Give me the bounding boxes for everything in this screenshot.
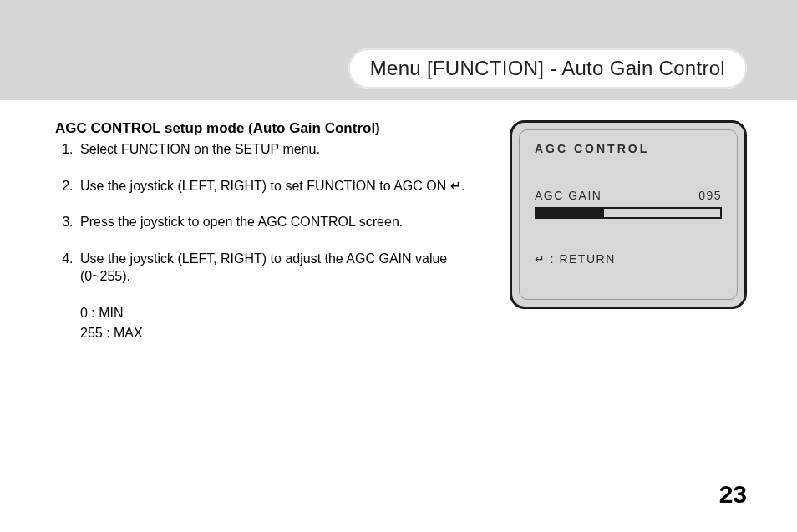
steps-list: Select FUNCTION on the SETUP menu. Use t… [55,140,493,342]
step-3: Press the joystick to open the AGC CONTR… [77,213,493,231]
osd-frame-outer: AGC CONTROL AGC GAIN 095 ↵ : RETURN [510,120,747,309]
step-4-text: Use the joystick (LEFT, RIGHT) to adjust… [80,251,447,284]
section-heading: AGC CONTROL setup mode (Auto Gain Contro… [55,120,493,137]
value-min-label: 0 : MIN [80,304,493,322]
osd-return-label: RETURN [559,252,615,266]
osd-param-value: 095 [698,189,722,202]
instructions-column: AGC CONTROL setup mode (Auto Gain Contro… [55,120,510,360]
enter-icon: ↵ [450,178,461,194]
osd-frame-inner: AGC CONTROL AGC GAIN 095 ↵ : RETURN [519,129,738,300]
step-2: Use the joystick (LEFT, RIGHT) to set FU… [77,177,493,195]
step-1: Select FUNCTION on the SETUP menu. [77,140,493,159]
osd-param-label: AGC GAIN [535,189,602,202]
page-title: Menu [FUNCTION] - Auto Gain Control [348,48,747,89]
page-number: 23 [719,480,747,509]
osd-return-sep: : [546,252,559,266]
step-4: Use the joystick (LEFT, RIGHT) to adjust… [77,250,493,342]
osd-gain-bar-fill [536,209,604,217]
step-2-text-post: . [461,179,464,193]
osd-title: AGC CONTROL [535,142,722,155]
step-2-text-pre: Use the joystick (LEFT, RIGHT) to set FU… [80,179,450,193]
header-band: Menu [FUNCTION] - Auto Gain Control [0,0,797,100]
osd-screen: AGC CONTROL AGC GAIN 095 ↵ : RETURN [510,120,747,309]
osd-return-row: ↵ : RETURN [535,252,722,266]
osd-gain-bar [535,207,722,219]
value-max-label: 255 : MAX [80,324,493,342]
osd-param-row: AGC GAIN 095 [535,189,722,202]
return-icon: ↵ [535,252,546,266]
